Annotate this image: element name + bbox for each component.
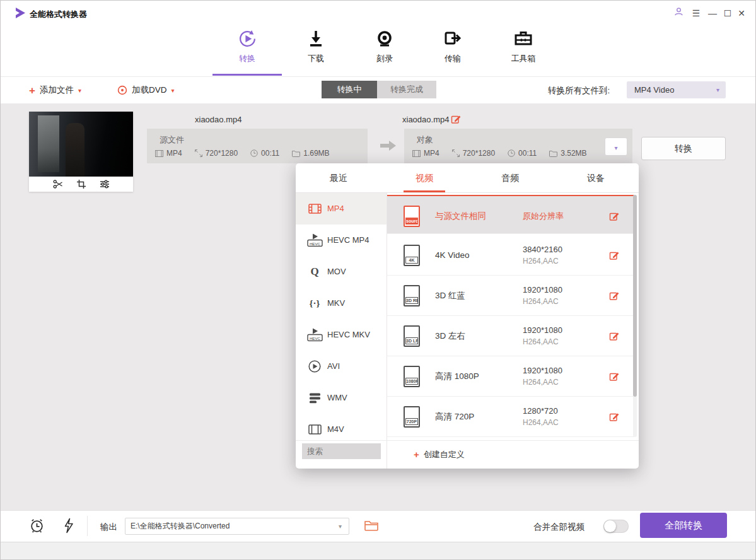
svg-text:HEVC: HEVC bbox=[309, 336, 320, 341]
merge-all-toggle[interactable] bbox=[603, 520, 629, 533]
high-speed-bolt-icon[interactable] bbox=[64, 518, 74, 536]
output-format-value: MP4 Video bbox=[634, 85, 674, 95]
scrollbar-thumb[interactable] bbox=[633, 195, 637, 397]
target-resolution: 720*1280 bbox=[452, 149, 495, 158]
tab-transfer-label: 传输 bbox=[422, 53, 483, 64]
chevron-down-icon[interactable]: ▾ bbox=[339, 518, 342, 535]
burn-icon bbox=[354, 27, 415, 50]
crop-icon[interactable] bbox=[77, 180, 86, 189]
app-title: 全能格式转换器 bbox=[30, 9, 87, 20]
convert-all-button[interactable]: 全部转换 bbox=[640, 513, 727, 538]
circle-play-icon bbox=[306, 360, 323, 373]
global-output-format-dropdown[interactable]: MP4 Video ▾ bbox=[627, 81, 726, 98]
resolution-icon bbox=[195, 149, 202, 157]
tab-burn[interactable]: 刻录 bbox=[354, 27, 415, 74]
popup-tab-device[interactable]: 设备 bbox=[553, 163, 639, 192]
load-dvd-label: 加载DVD bbox=[132, 85, 167, 96]
target-label: 对象 bbox=[417, 134, 433, 146]
1080p-preset-icon: 1080P bbox=[404, 366, 420, 387]
schedule-clock-icon[interactable] bbox=[29, 518, 45, 536]
target-format-dropdown-button[interactable]: ▾ bbox=[605, 137, 627, 156]
toggle-knob bbox=[604, 520, 616, 532]
preset-4k-video[interactable]: 4K 4K Video 3840*2160 H264,AAC bbox=[387, 235, 634, 276]
transfer-icon bbox=[422, 27, 483, 50]
convert-direction-arrow-icon bbox=[380, 140, 397, 154]
format-list-panel: MP4 HEVC HEVC MP4 Q MOV {·} MKV bbox=[296, 193, 387, 469]
preset-3d-red-blue[interactable]: 3D RB 3D 红蓝 1920*1080 H264,AAC bbox=[387, 276, 634, 316]
format-item-hevc-mp4[interactable]: HEVC HEVC MP4 bbox=[296, 225, 387, 256]
popup-bottom-divider bbox=[296, 440, 639, 441]
target-size: 3.52MB bbox=[549, 149, 586, 158]
preset-3d-left-right[interactable]: 3D LR 3D 左右 1920*1080 H264,AAC bbox=[387, 316, 634, 356]
preset-hd-1080p[interactable]: 1080P 高清 1080P 1920*1080 H264,AAC bbox=[387, 356, 634, 397]
account-icon[interactable] bbox=[672, 6, 685, 20]
create-custom-button[interactable]: + 创建自定义 bbox=[414, 440, 465, 469]
window-footer bbox=[1, 542, 755, 560]
rename-edit-icon[interactable] bbox=[451, 114, 461, 127]
format-item-wmv[interactable]: WMV bbox=[296, 382, 387, 414]
tab-transfer[interactable]: 传输 bbox=[422, 27, 483, 74]
source-size: 1.69MB bbox=[292, 149, 329, 158]
add-file-button[interactable]: + 添加文件 ▾ bbox=[29, 83, 81, 97]
layers-icon bbox=[306, 393, 323, 404]
chevron-down-icon: ▾ bbox=[716, 81, 719, 98]
preset-edit-icon[interactable] bbox=[609, 291, 619, 303]
video-thumbnail[interactable] bbox=[29, 112, 133, 192]
effects-sliders-icon[interactable] bbox=[100, 180, 110, 189]
maximize-button[interactable]: ☐ bbox=[721, 6, 735, 20]
popup-tab-recent[interactable]: 最近 bbox=[296, 163, 381, 192]
preset-edit-icon[interactable] bbox=[609, 412, 619, 424]
clip-toolbar bbox=[29, 177, 133, 192]
clock-icon bbox=[250, 149, 258, 157]
popup-tab-video[interactable]: 视频 bbox=[381, 163, 467, 192]
format-item-mp4[interactable]: MP4 bbox=[296, 193, 387, 225]
output-label: 输出 bbox=[100, 522, 117, 533]
tab-converting[interactable]: 转换中 bbox=[322, 81, 377, 98]
resolution-icon bbox=[452, 149, 460, 157]
3d-rb-preset-icon: 3D RB bbox=[404, 285, 420, 306]
convert-all-files-label: 转换所有文件到: bbox=[548, 85, 610, 96]
matroska-icon: {·} bbox=[306, 298, 323, 309]
merge-all-label: 合并全部视频 bbox=[533, 522, 584, 533]
format-item-m4v[interactable]: M4V bbox=[296, 414, 387, 440]
close-button[interactable]: ✕ bbox=[735, 6, 748, 20]
video-preview-frame bbox=[29, 112, 133, 177]
disc-icon bbox=[117, 85, 127, 95]
preset-same-as-source[interactable]: source 与源文件相同 原始分辨率 bbox=[387, 195, 634, 234]
format-item-hevc-mkv[interactable]: HEVC HEVC MKV bbox=[296, 319, 387, 351]
tab-toolbox[interactable]: 工具箱 bbox=[493, 27, 554, 74]
tab-download[interactable]: 下载 bbox=[286, 27, 346, 74]
open-folder-icon[interactable] bbox=[364, 520, 378, 534]
source-preset-icon: source bbox=[404, 206, 420, 227]
popup-tab-audio[interactable]: 音频 bbox=[467, 163, 553, 192]
quicktime-icon: Q bbox=[306, 265, 323, 278]
preset-hd-720p[interactable]: 720P 高清 720P 1280*720 H264,AAC bbox=[387, 397, 634, 437]
load-dvd-button[interactable]: 加载DVD ▾ bbox=[117, 83, 175, 97]
video-format-icon bbox=[155, 150, 163, 157]
format-item-mkv[interactable]: {·} MKV bbox=[296, 288, 387, 319]
convert-button[interactable]: 转换 bbox=[641, 137, 726, 160]
folder-icon bbox=[549, 150, 557, 157]
output-path-input[interactable] bbox=[125, 518, 349, 535]
minimize-button[interactable]: — bbox=[706, 6, 719, 20]
hevc-play-icon: HEVC bbox=[306, 234, 323, 247]
film-icon bbox=[306, 204, 323, 214]
format-search-input[interactable] bbox=[302, 443, 381, 459]
preset-edit-icon[interactable] bbox=[609, 331, 619, 344]
chevron-down-icon: ▾ bbox=[78, 87, 81, 94]
format-chooser-popup: 最近 视频 音频 设备 MP4 HEVC HEVC MP4 bbox=[296, 163, 639, 469]
download-icon bbox=[286, 27, 346, 50]
tab-convert[interactable]: 转换 bbox=[217, 27, 277, 74]
title-bar: 全能格式转换器 ☰ — ☐ ✕ bbox=[1, 1, 755, 26]
preset-scrollbar[interactable] bbox=[633, 195, 637, 437]
preset-edit-icon[interactable] bbox=[609, 371, 619, 384]
tab-converted[interactable]: 转换完成 bbox=[377, 81, 436, 98]
format-item-avi[interactable]: AVI bbox=[296, 351, 387, 382]
toolbox-icon bbox=[493, 27, 554, 50]
active-tab-underline bbox=[212, 74, 282, 76]
menu-icon[interactable]: ☰ bbox=[689, 6, 703, 20]
format-item-mov[interactable]: Q MOV bbox=[296, 256, 387, 288]
preset-edit-icon[interactable] bbox=[609, 211, 619, 224]
trim-icon[interactable] bbox=[53, 180, 63, 189]
preset-edit-icon[interactable] bbox=[609, 250, 619, 263]
